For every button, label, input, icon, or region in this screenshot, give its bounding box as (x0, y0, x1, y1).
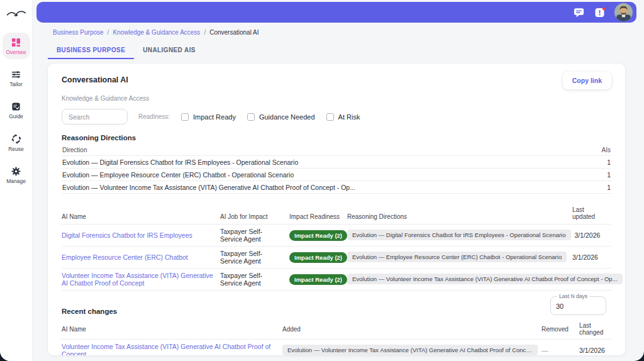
last-changed-date: 3/1/2026 (579, 343, 611, 356)
sidebar-item-guide[interactable]: Guide (3, 97, 30, 123)
breadcrumb-knowledge-guidance-access[interactable]: Knowledge & Guidance Access (113, 29, 200, 36)
sidebar-item-label: Manage (6, 178, 26, 184)
breadcrumb: Business Purpose / Knowledge & Guidance … (53, 29, 259, 36)
readiness-checkbox-impact-ready[interactable]: Impact Ready (181, 113, 236, 121)
column-header-added: Added (282, 323, 541, 336)
recent-changes-heading: Recent changes (62, 308, 117, 315)
column-header-ai-name: AI Name (62, 210, 220, 220)
column-header-impact-readiness: Impact Readiness (289, 210, 347, 220)
ai-name-link[interactable]: Digital Forensics Chatbot for IRS Employ… (62, 231, 192, 239)
tab-business-purpose[interactable]: BUSINESS PURPOSE (48, 42, 134, 59)
checkbox-label: Impact Ready (193, 113, 236, 121)
impact-readiness-badge: Impact Ready (2) (289, 274, 347, 285)
last-n-days-label: Last N days (557, 293, 589, 299)
sidebar-item-label: Oversee (6, 49, 26, 55)
column-header-ai-job: AI Job for Impact (220, 210, 289, 220)
last-n-days-field: Last N days (550, 293, 606, 315)
ai-job-text: Taxpayer Self-Service Agent (220, 247, 278, 268)
column-header-reasoning-directions: Reasoning Directions (347, 210, 416, 220)
column-header-direction: Direction (62, 147, 87, 153)
reasoning-direction-chip: Evolution — Employee Resource Center (ER… (347, 252, 567, 262)
breadcrumb-current: Conversational AI (209, 29, 258, 36)
ai-name-link[interactable]: Employee Resource Center (ERC) Chatbot (62, 253, 188, 261)
breadcrumb-business-purpose[interactable]: Business Purpose (53, 29, 104, 36)
reasoning-direction-chip: Evolution — Volunteer Income Tax Assista… (347, 274, 623, 284)
table-row[interactable]: Evolution — Digital Forensics Chatbot fo… (62, 156, 611, 169)
checkbox-icon (326, 113, 334, 121)
checkbox-label: At Risk (338, 113, 360, 121)
readiness-filter-group: Readiness: Impact Ready Guidance Needed … (138, 113, 360, 121)
sidebar-item-manage[interactable]: Manage (3, 162, 30, 188)
column-header-last-changed: Last changed (579, 319, 611, 339)
column-header-last-updated: Last updated (572, 203, 611, 220)
ais-count: 1 (607, 184, 611, 191)
sidebar-item-label: Tailor (9, 81, 22, 87)
table-header-row: AI Name Added Removed Last changed (62, 319, 611, 340)
notification-icon[interactable] (594, 6, 606, 19)
sidebar-item-label: Reuse (8, 146, 24, 152)
table-row[interactable]: Evolution — Volunteer Income Tax Assista… (62, 181, 611, 194)
impact-readiness-badge: Impact Ready (2) (289, 230, 347, 241)
checklist-icon (11, 102, 21, 111)
column-header-ai-name: AI Name (62, 323, 282, 336)
removed-value: — (541, 343, 579, 356)
readiness-checkbox-guidance-needed[interactable]: Guidance Needed (247, 113, 315, 121)
ai-job-text: Taxpayer Self-Service Agent (220, 269, 278, 290)
readiness-label: Readiness: (138, 113, 170, 120)
impact-readiness-badge: Impact Ready (2) (289, 252, 347, 263)
column-header-removed: Removed (541, 323, 579, 336)
table-row: Digital Forensics Chatbot for IRS Employ… (62, 225, 611, 247)
ai-name-link[interactable]: Volunteer Income Tax Assistance (VITA) G… (62, 343, 270, 356)
reasoning-direction-chip: Evolution — Digital Forensics Chatbot fo… (347, 230, 571, 240)
sliders-icon (11, 70, 21, 79)
sidebar-item-oversee[interactable]: Oversee (3, 33, 30, 59)
breadcrumb-separator: / (108, 29, 109, 36)
gear-icon (11, 167, 21, 176)
top-bar (36, 2, 636, 23)
direction-text: Evolution — Employee Resource Center (ER… (62, 171, 294, 179)
sidebar-item-tailor[interactable]: Tailor (3, 65, 30, 91)
ai-name-link[interactable]: Volunteer Income Tax Assistance (VITA) G… (62, 272, 213, 287)
page-subtitle: Knowledge & Guidance Access (62, 95, 611, 102)
table-row: Volunteer Income Tax Assistance (VITA) G… (62, 269, 611, 291)
column-header-ais: AIs (602, 147, 611, 153)
readiness-checkbox-at-risk[interactable]: At Risk (326, 113, 360, 121)
last-updated-date: 3/1/2026 (575, 228, 614, 242)
search-input[interactable] (62, 109, 128, 125)
main-content: Business Purpose / Knowledge & Guidance … (33, 0, 644, 361)
breadcrumb-separator: / (204, 29, 206, 36)
ais-count: 1 (607, 171, 611, 179)
table-row: Employee Resource Center (ERC) Chatbot T… (62, 247, 611, 269)
recycle-icon (11, 134, 21, 144)
recent-changes-table: AI Name Added Removed Last changed Volun… (62, 319, 611, 356)
table-header-row: Direction AIs (62, 145, 611, 156)
table-row: Volunteer Income Tax Assistance (VITA) G… (62, 340, 611, 356)
app-window: Oversee Tailor (0, 0, 644, 361)
checkbox-icon (247, 113, 255, 121)
last-n-days-input[interactable] (556, 303, 601, 310)
sidebar-item-label: Guide (9, 113, 23, 119)
direction-text: Evolution — Volunteer Income Tax Assista… (62, 184, 355, 191)
conversational-ai-card: Conversational AI Copy link Knowledge & … (47, 63, 626, 356)
added-direction-chip: Evolution — Volunteer Income Tax Assista… (282, 345, 538, 355)
reasoning-directions-table: Direction AIs Evolution — Digital Forens… (62, 145, 611, 194)
tab-unaligned-ais[interactable]: UNALIGNED AIS (134, 42, 204, 59)
direction-text: Evolution — Digital Forensics Chatbot fo… (62, 158, 298, 166)
ai-table: AI Name AI Job for Impact Impact Readine… (62, 202, 611, 291)
page-title: Conversational AI (62, 72, 128, 84)
copy-link-button[interactable]: Copy link (563, 72, 611, 89)
sidebar-item-reuse[interactable]: Reuse (3, 129, 30, 156)
table-header-row: AI Name AI Job for Impact Impact Readine… (62, 202, 611, 225)
table-row[interactable]: Evolution — Employee Resource Center (ER… (62, 169, 611, 181)
app-logo[interactable] (0, 0, 32, 26)
reasoning-directions-heading: Reasoning Directions (62, 134, 611, 142)
sidebar: Oversee Tailor (0, 0, 33, 361)
dashboard-icon (11, 38, 21, 47)
message-icon[interactable] (572, 6, 585, 19)
checkbox-icon (181, 113, 189, 121)
user-avatar[interactable] (614, 3, 633, 21)
checkbox-label: Guidance Needed (259, 113, 315, 121)
tab-bar: BUSINESS PURPOSE UNALIGNED AIS (48, 42, 204, 59)
last-updated-date: 3/1/2026 (572, 250, 611, 264)
ai-job-text: Taxpayer Self-Service Agent (220, 225, 278, 246)
